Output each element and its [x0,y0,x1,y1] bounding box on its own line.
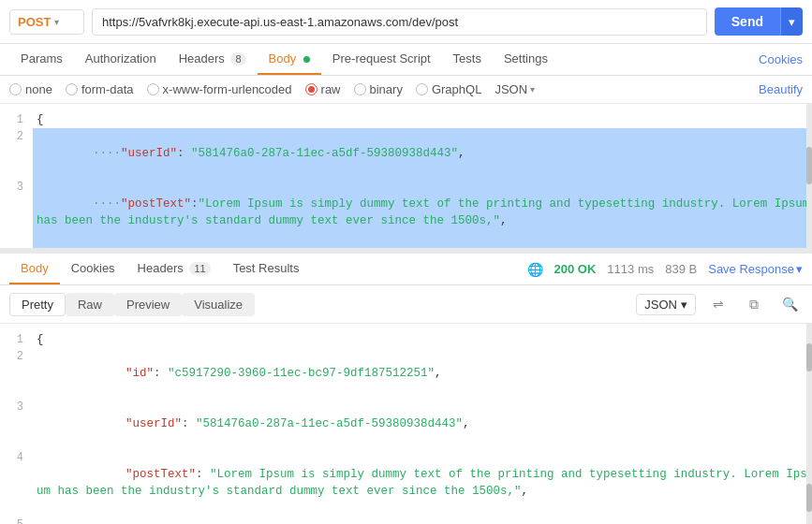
resp-tab-body[interactable]: Body [9,254,60,284]
send-chevron-button[interactable]: ▾ [780,7,803,36]
resp-scrollbar-track[interactable] [806,324,812,524]
send-btn-group: Send ▾ [715,7,803,36]
body-active-dot [303,56,310,63]
json-select-group[interactable]: JSON ▾ [495,82,535,96]
req-scrollbar-track[interactable] [806,104,812,248]
req-line-2: 2 ····"userId": "581476a0-287a-11ec-a5df… [0,128,812,179]
headers-badge: 8 [230,52,245,66]
radio-urlencoded-dot [147,83,159,95]
top-bar: POST ▾ Send ▾ [0,0,812,44]
radio-none[interactable]: none [9,82,52,96]
req-line-1: 1 { [0,111,812,128]
radio-graphql-dot [416,83,428,95]
method-chevron-icon: ▾ [54,17,59,27]
json-chevron-icon: ▾ [530,84,535,95]
body-options-bar: none form-data x-www-form-urlencoded raw… [0,76,812,104]
radio-form-data-dot [66,83,78,95]
fmt-btn-raw[interactable]: Raw [66,293,114,316]
response-section: Body Cookies Headers 11 Test Results 🌐 2… [0,254,812,524]
resp-line-4: 4 "postText": "Lorem Ipsum is simply dum… [0,449,812,517]
resp-scrollbar-thumb-bottom[interactable] [806,484,812,512]
radio-raw[interactable]: raw [305,82,341,96]
beautify-link[interactable]: Beautify [759,82,803,96]
tab-settings[interactable]: Settings [493,44,559,75]
radio-urlencoded[interactable]: x-www-form-urlencoded [147,82,292,96]
response-code-panel[interactable]: 1 { 2 "id": "c5917290-3960-11ec-bc97-9df… [0,324,812,524]
tab-headers[interactable]: Headers 8 [168,44,258,75]
resp-tab-test-results[interactable]: Test Results [222,254,311,284]
resp-copy-icon[interactable]: ⧉ [741,291,767,317]
resp-line-1: 1 { [0,331,812,348]
req-line-4: 4 ····"postImage":"https://rosius.s3.us-… [0,246,812,254]
radio-graphql[interactable]: GraphQL [416,82,481,96]
url-input[interactable] [92,8,707,36]
resp-wrap-icon[interactable]: ⇌ [705,291,731,317]
fmt-right: JSON ▾ ⇌ ⧉ 🔍 [636,291,803,317]
resp-headers-badge: 11 [189,262,210,275]
response-stats: 🌐 200 OK 1113 ms 839 B Save Response ▾ [527,262,803,277]
resp-line-3: 3 "userId": "581476a0-287a-11ec-a5df-593… [0,399,812,449]
tab-body[interactable]: Body [258,44,321,75]
cookies-link[interactable]: Cookies [759,52,803,66]
stat-time: 1113 ms [607,262,654,276]
fmt-btn-preview[interactable]: Preview [114,293,182,316]
resp-json-label: JSON [644,298,677,312]
tab-params[interactable]: Params [9,44,74,75]
radio-binary-dot [354,83,366,95]
method-select[interactable]: POST ▾ [9,9,84,35]
resp-tab-cookies[interactable]: Cookies [60,254,126,284]
tab-tests[interactable]: Tests [442,44,493,75]
response-top-bar: Body Cookies Headers 11 Test Results 🌐 2… [0,254,812,285]
tab-prerequest[interactable]: Pre-request Script [321,44,442,75]
fmt-btn-pretty[interactable]: Pretty [9,293,66,316]
method-label: POST [18,15,51,29]
save-response-chevron-icon: ▾ [796,262,803,276]
fmt-btn-visualize[interactable]: Visualize [182,293,255,316]
radio-raw-dot [305,83,317,95]
resp-format-bar: Pretty Raw Preview Visualize JSON ▾ ⇌ ⧉ … [0,285,812,324]
resp-line-2: 2 "id": "c5917290-3960-11ec-bc97-9df1875… [0,348,812,399]
status-ok: 200 OK [554,262,597,276]
radio-form-data[interactable]: form-data [66,82,134,96]
resp-scrollbar-thumb-top[interactable] [806,343,812,371]
resp-search-icon[interactable]: 🔍 [776,291,803,317]
resp-json-dropdown[interactable]: JSON ▾ [636,294,696,315]
radio-none-dot [9,83,22,95]
resp-tab-headers[interactable]: Headers 11 [126,254,222,284]
save-response-button[interactable]: Save Response ▾ [708,262,803,276]
stat-size: 839 B [665,262,697,276]
resp-json-chevron-icon: ▾ [681,298,687,312]
req-line-3: 3 ····"postText":"Lorem Ipsum is simply … [0,179,812,246]
resp-line-5: 5 "postImage": "https://rosius.s3.us-eas… [0,517,812,524]
app-container: POST ▾ Send ▾ Params Authorization Heade… [0,0,812,524]
globe-icon: 🌐 [527,262,543,277]
tab-authorization[interactable]: Authorization [74,44,168,75]
request-nav-tabs: Params Authorization Headers 8 Body Pre-… [0,44,812,76]
send-button[interactable]: Send [715,7,780,36]
request-body-panel[interactable]: 1 { 2 ····"userId": "581476a0-287a-11ec-… [0,104,812,254]
req-scrollbar-thumb[interactable] [806,147,812,184]
radio-binary[interactable]: binary [354,82,403,96]
